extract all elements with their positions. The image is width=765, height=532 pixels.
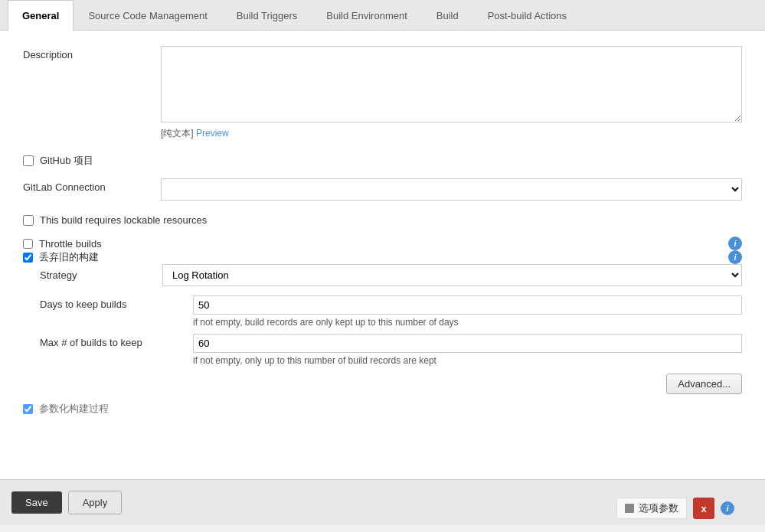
- strategy-select[interactable]: Log Rotation: [162, 264, 742, 286]
- description-label: Description: [23, 46, 161, 60]
- bottom-bar: Save Apply 选项参数 x i: [0, 479, 765, 525]
- tab-bar: General Source Code Management Build Tri…: [0, 0, 765, 31]
- apply-button[interactable]: Apply: [68, 491, 123, 514]
- gitlab-label: GitLab Connection: [23, 178, 161, 193]
- partial-checkbox[interactable]: [23, 404, 33, 414]
- options-label-box: 选项参数: [616, 498, 687, 519]
- max-builds-hint: if not empty, only up to this number of …: [193, 355, 742, 366]
- throttle-help-icon[interactable]: i: [728, 237, 742, 250]
- discard-row: 丢弃旧的构建 i: [23, 250, 742, 264]
- strategy-label: Strategy: [40, 269, 162, 281]
- gitlab-select[interactable]: [161, 178, 742, 201]
- options-section: 选项参数 x i: [616, 498, 734, 519]
- max-builds-row: Max # of builds to keep if not empty, on…: [40, 334, 742, 366]
- gitlab-control: [161, 178, 742, 201]
- tab-scm[interactable]: Source Code Management: [74, 0, 221, 31]
- description-input[interactable]: [161, 46, 742, 122]
- strategy-sub-form: Days to keep builds if not empty, build …: [40, 295, 742, 394]
- max-builds-label: Max # of builds to keep: [40, 334, 193, 348]
- options-help-icon[interactable]: i: [721, 501, 734, 515]
- days-control: if not empty, build records are only kep…: [193, 295, 742, 328]
- github-checkbox[interactable]: [23, 155, 34, 166]
- strategy-select-wrap: Log Rotation: [162, 264, 742, 286]
- throttle-label[interactable]: Throttle builds: [39, 238, 102, 250]
- max-builds-input[interactable]: [193, 334, 742, 353]
- advanced-btn-row: Advanced...: [40, 374, 742, 394]
- partial-label[interactable]: 参数化构建过程: [39, 402, 109, 416]
- discard-left: 丢弃旧的构建: [23, 250, 99, 264]
- tab-build[interactable]: Build: [422, 0, 473, 31]
- days-row: Days to keep builds if not empty, build …: [40, 295, 742, 328]
- gitlab-row: GitLab Connection: [23, 178, 742, 201]
- options-close-button[interactable]: x: [693, 498, 714, 519]
- tab-general[interactable]: General: [8, 0, 74, 31]
- discard-checkbox[interactable]: [23, 253, 33, 263]
- throttle-row: Throttle builds i: [23, 237, 742, 250]
- lockable-row: This build requires lockable resources: [23, 211, 742, 229]
- description-hint: [纯文本] Preview: [161, 127, 742, 140]
- options-label: 选项参数: [639, 501, 678, 515]
- tab-postbuild[interactable]: Post-build Actions: [473, 0, 581, 31]
- lockable-checkbox[interactable]: [23, 215, 34, 226]
- description-control: [纯文本] Preview: [161, 46, 742, 140]
- discard-help-icon[interactable]: i: [728, 250, 742, 264]
- tab-environment[interactable]: Build Environment: [312, 0, 422, 31]
- max-builds-control: if not empty, only up to this number of …: [193, 334, 742, 366]
- discard-label[interactable]: 丢弃旧的构建: [39, 250, 99, 264]
- days-label: Days to keep builds: [40, 295, 193, 310]
- preview-link[interactable]: Preview: [196, 128, 229, 139]
- partial-row: 参数化构建过程: [23, 402, 742, 416]
- github-row: GitHub 项目: [23, 151, 742, 171]
- days-input[interactable]: [193, 295, 742, 315]
- github-label[interactable]: GitHub 项目: [40, 154, 93, 168]
- options-icon: [625, 504, 634, 513]
- throttle-left: Throttle builds: [23, 238, 102, 250]
- advanced-button[interactable]: Advanced...: [666, 374, 742, 394]
- plain-text-label: [纯文本]: [161, 128, 194, 139]
- description-row: Description [纯文本] Preview: [23, 46, 742, 140]
- lockable-label[interactable]: This build requires lockable resources: [40, 214, 207, 226]
- throttle-checkbox[interactable]: [23, 239, 33, 249]
- strategy-row: Strategy Log Rotation: [40, 264, 742, 286]
- tab-triggers[interactable]: Build Triggers: [222, 0, 312, 31]
- save-button[interactable]: Save: [11, 491, 62, 514]
- main-content: Description [纯文本] Preview GitHub 项目 GitL…: [0, 31, 765, 479]
- days-hint: if not empty, build records are only kep…: [193, 317, 742, 328]
